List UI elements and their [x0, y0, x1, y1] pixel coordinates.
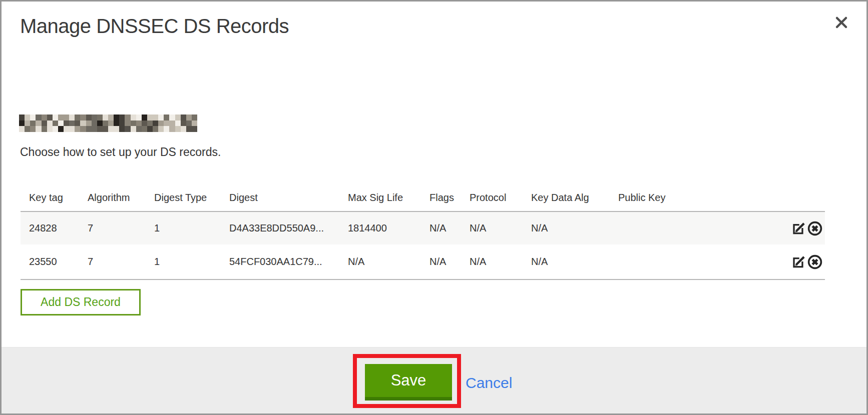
- cell-algorithm: 7: [79, 212, 146, 244]
- add-ds-record-button[interactable]: Add DS Record: [21, 289, 141, 316]
- cell-protocol: N/A: [461, 244, 523, 280]
- close-button[interactable]: [832, 14, 850, 32]
- col-header-protocol: Protocol: [461, 182, 523, 212]
- col-header-flags: Flags: [421, 182, 461, 212]
- col-header-key-tag: Key tag: [21, 182, 79, 212]
- edit-icon: [791, 230, 807, 238]
- row-actions: [697, 212, 825, 244]
- page-title: Manage DNSSEC DS Records: [20, 15, 289, 38]
- cell-max-sig-life: N/A: [339, 244, 421, 280]
- col-header-algorithm: Algorithm: [79, 182, 146, 212]
- cell-algorithm: 7: [79, 244, 146, 280]
- delete-record-button[interactable]: [807, 254, 823, 270]
- edit-record-button[interactable]: [791, 220, 807, 236]
- cell-max-sig-life: 1814400: [339, 212, 421, 244]
- col-header-max-sig-life: Max Sig Life: [339, 182, 421, 212]
- cell-public-key: [610, 212, 697, 244]
- table-header-row: Key tag Algorithm Digest Type Digest Max…: [21, 182, 825, 212]
- row-actions: [697, 244, 825, 280]
- cell-digest: D4A33E8DD550A9...: [221, 212, 339, 244]
- delete-icon: [807, 230, 823, 238]
- dnssec-ds-records-dialog: Manage DNSSEC DS Records Choose how to s…: [0, 0, 868, 415]
- cell-digest-type: 1: [146, 244, 221, 280]
- col-header-key-data-alg: Key Data Alg: [523, 182, 610, 212]
- ds-records-table: Key tag Algorithm Digest Type Digest Max…: [21, 182, 825, 280]
- cell-protocol: N/A: [461, 212, 523, 244]
- col-header-public-key: Public Key: [610, 182, 697, 212]
- close-icon: [834, 15, 849, 30]
- cell-digest: 54FCF030AA1C79...: [221, 244, 339, 280]
- edit-record-button[interactable]: [791, 254, 807, 270]
- col-header-digest-type: Digest Type: [146, 182, 221, 212]
- edit-icon: [791, 264, 807, 272]
- table-row: 23550 7 1 54FCF030AA1C79... N/A N/A N/A …: [21, 244, 825, 280]
- col-header-digest: Digest: [221, 182, 339, 212]
- table-row: 24828 7 1 D4A33E8DD550A9... 1814400 N/A …: [21, 212, 825, 244]
- col-header-actions: [697, 182, 825, 212]
- cancel-link[interactable]: Cancel: [466, 374, 512, 392]
- cell-key-data-alg: N/A: [523, 244, 610, 280]
- cell-key-data-alg: N/A: [523, 212, 610, 244]
- delete-icon: [807, 264, 823, 272]
- cell-key-tag: 23550: [21, 244, 79, 280]
- cell-flags: N/A: [421, 244, 461, 280]
- save-button[interactable]: Save: [365, 364, 452, 400]
- instruction-text: Choose how to set up your DS records.: [20, 146, 221, 159]
- cell-flags: N/A: [421, 212, 461, 244]
- delete-record-button[interactable]: [807, 220, 823, 236]
- redacted-domain-name: [19, 114, 197, 132]
- cell-public-key: [610, 244, 697, 280]
- cell-key-tag: 24828: [21, 212, 79, 244]
- cell-digest-type: 1: [146, 212, 221, 244]
